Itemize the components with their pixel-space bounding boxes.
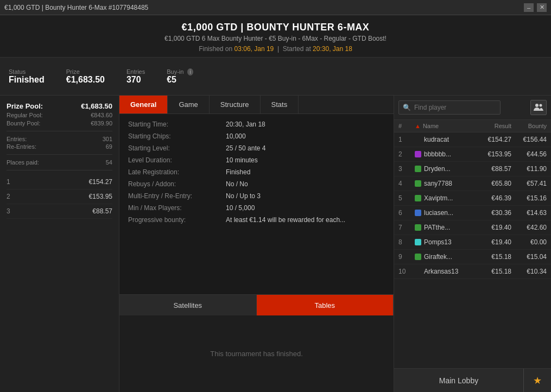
player-name: luciasen... <box>424 209 473 217</box>
entries-stat: Entries 370 <box>126 68 145 85</box>
entries-value: 370 <box>126 75 145 85</box>
window-controls: – ✕ <box>524 3 547 12</box>
search-icon: 🔍 <box>403 104 411 111</box>
player-avatar <box>415 239 421 245</box>
table-row[interactable]: 10 Arkansas13 €15.18 €10.34 <box>394 264 551 279</box>
player-rank: 7 <box>398 224 415 231</box>
entries-row: Entries: 301 <box>7 136 112 142</box>
prize-pool-row: Prize Pool: €1,683.50 <box>7 102 112 110</box>
info-row: Min / Max Players:10 / 5,000 <box>128 204 385 212</box>
payout-amount: €154.27 <box>89 178 112 186</box>
info-label: Progressive bounty: <box>128 216 226 224</box>
info-label: Starting Time: <box>128 121 226 128</box>
player-name: kudracat <box>424 136 473 143</box>
status-value: Finished <box>9 75 45 85</box>
table-row[interactable]: 9 Giraftek... €15.18 €15.04 <box>394 250 551 264</box>
title-bar: €1,000 GTD | Bounty Hunter 6-Max #107794… <box>0 0 551 15</box>
table-row[interactable]: 5 Xaviptm... €46.39 €15.16 <box>394 191 551 206</box>
table-row[interactable]: 3 Dryden... €88.57 €11.90 <box>394 162 551 176</box>
started-label: Started at <box>283 45 311 53</box>
prize-pool-value: €1,683.50 <box>81 102 112 110</box>
info-label: Min / Max Players: <box>128 204 226 212</box>
search-input[interactable] <box>398 100 501 115</box>
info-row: Starting Chips:10,000 <box>128 132 385 140</box>
window-title: €1,000 GTD | Bounty Hunter 6-Max #107794… <box>4 4 148 11</box>
tab-general[interactable]: General <box>119 96 168 113</box>
player-bounty: €156.44 <box>511 136 547 143</box>
bottom-tabs: Satellites Tables <box>119 295 394 315</box>
players-icon-button[interactable] <box>530 100 547 115</box>
favorite-button[interactable]: ★ <box>524 369 551 392</box>
info-row: Multi-Entry / Re-Entry:No / Up to 3 <box>128 192 385 200</box>
places-paid-value: 54 <box>106 159 112 166</box>
tab-game[interactable]: Game <box>168 96 209 113</box>
tournament-header: €1,000 GTD | BOUNTY HUNTER 6-MAX €1,000 … <box>0 15 551 58</box>
info-label: Level Duration: <box>128 156 226 164</box>
payout-position: 1 <box>7 178 10 186</box>
player-rank: 2 <box>398 150 415 158</box>
col-header-result[interactable]: Result <box>473 123 511 129</box>
player-avatar <box>415 136 421 143</box>
date-separator: | <box>276 45 283 53</box>
table-row[interactable]: 7 PATthe... €19.40 €42.60 <box>394 220 551 235</box>
tab-stats[interactable]: Stats <box>261 96 299 113</box>
player-avatar <box>415 151 421 157</box>
info-row: Starting Time:20:30, Jan 18 <box>128 121 385 128</box>
player-result: €65.80 <box>473 180 511 187</box>
player-bounty: €11.90 <box>511 165 547 173</box>
bounty-pool-value: €839.90 <box>91 120 112 127</box>
info-value: At least €1.14 will be rewarded for each… <box>226 216 345 224</box>
minimize-button[interactable]: – <box>524 3 534 12</box>
buyin-value: €5 <box>167 75 193 85</box>
table-row[interactable]: 6 luciasen... €30.36 €14.63 <box>394 206 551 220</box>
player-list: 1 kudracat €154.27 €156.44 2 bbbbbb... €… <box>394 132 551 368</box>
player-rank: 10 <box>398 268 415 275</box>
tab-structure[interactable]: Structure <box>210 96 261 113</box>
player-bounty: €10.34 <box>511 268 547 275</box>
player-bounty: €57.41 <box>511 180 547 187</box>
player-result: €46.39 <box>473 194 511 202</box>
main-lobby-button[interactable]: Main Lobby <box>394 369 524 392</box>
svg-point-1 <box>540 104 542 107</box>
bottom-tab-tables[interactable]: Tables <box>257 295 394 315</box>
player-result: €15.18 <box>473 268 511 275</box>
player-name: Arkansas13 <box>424 268 473 275</box>
player-name: Dryden... <box>424 165 473 173</box>
player-name: bbbbbb... <box>424 150 473 158</box>
player-avatar <box>415 224 421 231</box>
table-row[interactable]: 2 bbbbbb... €153.95 €44.56 <box>394 147 551 162</box>
table-row[interactable]: 8 Pomps13 €19.40 €0.00 <box>394 235 551 250</box>
left-panel: Prize Pool: €1,683.50 Regular Pool: €843… <box>0 96 119 392</box>
entries-value: 301 <box>103 136 112 142</box>
col-header-bounty[interactable]: Bounty <box>511 123 547 129</box>
content-area: Prize Pool: €1,683.50 Regular Pool: €843… <box>0 96 551 392</box>
player-avatar <box>415 254 421 260</box>
close-button[interactable]: ✕ <box>537 3 547 12</box>
bottom-tab-satellites[interactable]: Satellites <box>119 295 257 315</box>
player-result: €19.40 <box>473 224 511 231</box>
info-row: Starting Level:25 / 50 ante 4 <box>128 144 385 152</box>
payout-row: 2€153.95 <box>7 189 112 204</box>
bottom-content: This tournament has finished. <box>119 315 394 392</box>
payout-row: 1€154.27 <box>7 175 112 189</box>
prize-stat: Prize €1,683.50 <box>66 68 105 85</box>
player-bounty: €42.60 <box>511 224 547 231</box>
player-bounty: €0.00 <box>511 238 547 246</box>
player-avatar <box>415 268 421 275</box>
table-row[interactable]: 4 sany7788 €65.80 €57.41 <box>394 176 551 191</box>
entries-label: Entries <box>126 68 145 75</box>
player-result: €15.18 <box>473 253 511 261</box>
col-header-name[interactable]: Name <box>423 123 473 129</box>
bottom-section: Satellites Tables This tournament has fi… <box>119 294 394 392</box>
player-avatar <box>415 210 421 216</box>
info-label: Late Registration: <box>128 168 226 176</box>
payout-amount: €88.57 <box>92 207 112 215</box>
finished-label: Finished on <box>199 45 232 53</box>
payout-position: 3 <box>7 207 10 215</box>
bounty-pool-label: Bounty Pool: <box>7 120 40 127</box>
player-table-header: # ▲ Name Result Bounty <box>394 120 551 132</box>
tournament-subtitle: €1,000 GTD 6 Max Bounty Hunter - €5 Buy-… <box>0 35 551 42</box>
player-name: Giraftek... <box>424 253 473 261</box>
tournament-title: €1,000 GTD | BOUNTY HUNTER 6-MAX <box>0 22 551 33</box>
table-row[interactable]: 1 kudracat €154.27 €156.44 <box>394 132 551 147</box>
